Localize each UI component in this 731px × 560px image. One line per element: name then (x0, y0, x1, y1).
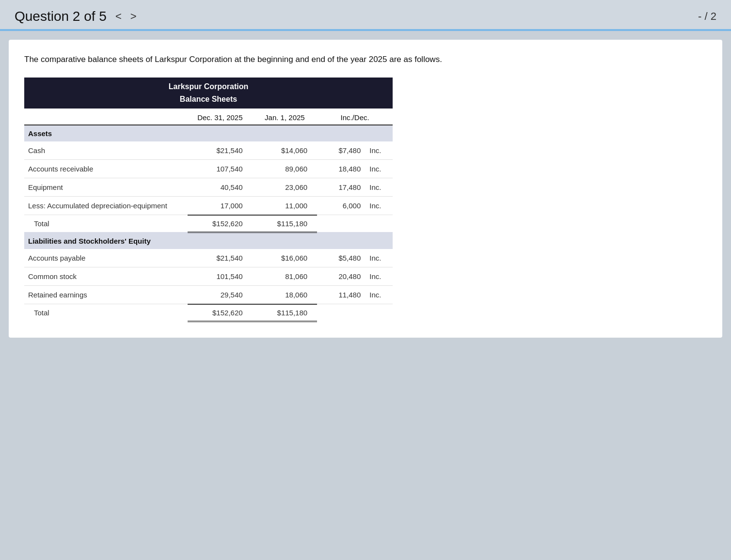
liability-total-label: Total (24, 304, 188, 322)
liability-header-body: Liabilities and Stockholders' Equity (24, 232, 393, 249)
balance-sheet-table: Larkspur Corporation Balance Sheets Dec.… (24, 78, 393, 322)
table-title-1: Larkspur Corporation (24, 78, 393, 93)
col-dec-header: Dec. 31, 2025 (188, 109, 253, 125)
liability-row-label: Accounts payable (24, 249, 188, 267)
top-bar: Question 2 of 5 < > - / 2 (0, 0, 731, 29)
liability-row-jan: $16,060 (253, 249, 318, 267)
liability-row-jan: 18,060 (253, 285, 318, 304)
liability-row: Accounts payable $21,540 $16,060 $5,480 … (24, 249, 393, 267)
liabilities-label: Liabilities and Stockholders' Equity (24, 232, 393, 249)
nav-back-button[interactable]: < (115, 10, 122, 23)
asset-total-row: Total $152,620 $115,180 (24, 215, 393, 233)
liability-total-jan: $115,180 (253, 304, 318, 322)
asset-total-incdec (366, 215, 393, 233)
nav-forward-button[interactable]: > (130, 10, 137, 23)
asset-row-dec: $21,540 (188, 141, 253, 160)
asset-row-dec: 40,540 (188, 178, 253, 196)
asset-row-dec: 17,000 (188, 196, 253, 215)
asset-total-jan: $115,180 (253, 215, 318, 233)
asset-row-amount: 17,480 (317, 178, 366, 196)
score-display: - / 2 (698, 10, 716, 23)
col-label-header (24, 109, 188, 125)
liability-row-label: Retained earnings (24, 285, 188, 304)
assets-section-header: Assets (24, 125, 393, 141)
liability-row-dec: 101,540 (188, 267, 253, 285)
asset-row-label: Cash (24, 141, 188, 160)
asset-row-incdec: Inc. (366, 196, 393, 215)
asset-row-amount: $7,480 (317, 141, 366, 160)
asset-row: Equipment 40,540 23,060 17,480 Inc. (24, 178, 393, 196)
asset-total-amount (317, 215, 366, 233)
asset-row-jan: 23,060 (253, 178, 318, 196)
asset-row-label: Less: Accumulated depreciation-equipment (24, 196, 188, 215)
asset-row: Cash $21,540 $14,060 $7,480 Inc. (24, 141, 393, 160)
liability-row-amount: 20,480 (317, 267, 366, 285)
liabilities-section-header: Liabilities and Stockholders' Equity (24, 232, 393, 249)
asset-row-amount: 6,000 (317, 196, 366, 215)
table-title-row-2: Balance Sheets (24, 93, 393, 109)
main-content: The comparative balance sheets of Larksp… (9, 40, 722, 338)
liability-row-incdec: Inc. (366, 249, 393, 267)
liability-row-amount: 11,480 (317, 285, 366, 304)
asset-row: Accounts receivable 107,540 89,060 18,48… (24, 159, 393, 178)
liability-total-dec: $152,620 (188, 304, 253, 322)
liability-row-incdec: Inc. (366, 285, 393, 304)
liability-row-amount: $5,480 (317, 249, 366, 267)
liability-total-incdec (366, 304, 393, 322)
asset-row-label: Accounts receivable (24, 159, 188, 178)
asset-row-jan: 11,000 (253, 196, 318, 215)
liability-rows-body: Accounts payable $21,540 $16,060 $5,480 … (24, 249, 393, 304)
asset-row-label: Equipment (24, 178, 188, 196)
balance-sheet-wrapper: Larkspur Corporation Balance Sheets Dec.… (24, 78, 393, 322)
asset-row-jan: 89,060 (253, 159, 318, 178)
liability-row-dec: $21,540 (188, 249, 253, 267)
asset-row-incdec: Inc. (366, 178, 393, 196)
top-divider (0, 29, 731, 31)
col-incdec-header: Inc./Dec. (317, 109, 393, 125)
asset-row-jan: $14,060 (253, 141, 318, 160)
liability-total-row: Total $152,620 $115,180 (24, 304, 393, 322)
liability-row-label: Common stock (24, 267, 188, 285)
intro-text: The comparative balance sheets of Larksp… (24, 53, 707, 66)
asset-row-incdec: Inc. (366, 159, 393, 178)
liability-total-body: Total $152,620 $115,180 (24, 304, 393, 322)
assets-label: Assets (24, 125, 393, 141)
table-col-header-row: Dec. 31, 2025 Jan. 1, 2025 Inc./Dec. (24, 109, 393, 125)
liability-row: Common stock 101,540 81,060 20,480 Inc. (24, 267, 393, 285)
asset-row: Less: Accumulated depreciation-equipment… (24, 196, 393, 215)
table-title-row-1: Larkspur Corporation (24, 78, 393, 93)
liability-row-jan: 81,060 (253, 267, 318, 285)
asset-row-dec: 107,540 (188, 159, 253, 178)
liability-row-dec: 29,540 (188, 285, 253, 304)
asset-total-body: Total $152,620 $115,180 (24, 215, 393, 233)
liability-row: Retained earnings 29,540 18,060 11,480 I… (24, 285, 393, 304)
col-jan-header: Jan. 1, 2025 (253, 109, 318, 125)
asset-total-label: Total (24, 215, 188, 233)
liability-row-incdec: Inc. (366, 267, 393, 285)
asset-rows-body: Cash $21,540 $14,060 $7,480 Inc. Account… (24, 141, 393, 215)
top-bar-left: Question 2 of 5 < > (15, 9, 137, 24)
table-title-2: Balance Sheets (24, 93, 393, 109)
asset-total-dec: $152,620 (188, 215, 253, 233)
liability-total-amount (317, 304, 366, 322)
asset-row-amount: 18,480 (317, 159, 366, 178)
question-label: Question 2 of 5 (15, 9, 107, 24)
asset-row-incdec: Inc. (366, 141, 393, 160)
